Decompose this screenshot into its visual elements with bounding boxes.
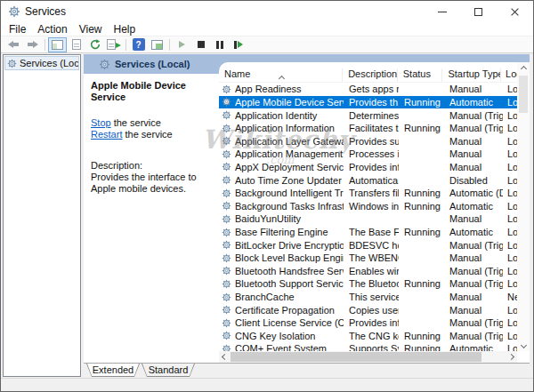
table-row[interactable]: Certificate PropagationCopies user ...Ma… xyxy=(219,303,517,316)
column-header-name[interactable]: Name xyxy=(219,68,343,82)
table-row[interactable]: CNG Key IsolationThe CNG ke...RunningMan… xyxy=(219,330,517,343)
stop-service-button[interactable] xyxy=(191,37,210,52)
table-row[interactable]: Block Level Backup Engine ...The WBENG..… xyxy=(219,252,517,265)
show-console-tree-button[interactable] xyxy=(48,37,67,52)
service-status: Running xyxy=(399,331,444,341)
stop-service-line: Stop the service xyxy=(91,117,212,129)
service-name: COM+ Event System xyxy=(235,343,327,351)
service-name: AppX Deployment Service (... xyxy=(235,162,344,172)
table-row[interactable]: Application InformationFacilitates t...R… xyxy=(219,122,517,135)
properties-button[interactable] xyxy=(67,37,85,52)
service-gear-icon xyxy=(222,318,231,328)
arrow-left-icon xyxy=(8,41,20,49)
table-row[interactable]: Background Tasks Infrastru...Windows in.… xyxy=(219,199,517,212)
column-header-status[interactable]: Status xyxy=(398,68,443,82)
service-gear-icon xyxy=(222,136,231,146)
pause-service-button[interactable] xyxy=(210,37,229,52)
table-row[interactable]: Background Intelligent Tran...Transfers … xyxy=(219,187,517,200)
restart-service-link[interactable]: Restart xyxy=(91,129,122,140)
service-name: Application Information xyxy=(235,123,335,133)
vertical-scrollbar[interactable] xyxy=(517,62,530,351)
service-description: The Base Fil... xyxy=(344,227,399,237)
service-gear-icon xyxy=(222,149,231,159)
table-row[interactable]: Client License Service (ClipS...Provides… xyxy=(219,316,517,330)
scroll-up-button[interactable] xyxy=(517,63,530,75)
table-row[interactable]: BaiduYunUtilityManualLoc xyxy=(219,212,517,226)
table-row[interactable]: BranchCacheThis service ...ManualNet xyxy=(219,291,517,304)
stop-service-link[interactable]: Stop xyxy=(91,117,111,128)
scroll-down-button[interactable] xyxy=(517,340,530,351)
restart-service-line: Restart the service xyxy=(91,129,212,140)
scroll-right-button[interactable] xyxy=(506,351,517,363)
minimize-button[interactable] xyxy=(424,1,460,22)
help-button[interactable]: ? xyxy=(129,37,148,52)
service-startup-type: Manual xyxy=(444,84,503,94)
service-name: Certificate Propagation xyxy=(235,305,335,316)
table-row[interactable]: Apple Mobile Device ServiceProvides th..… xyxy=(219,96,517,109)
service-description: Determines ... xyxy=(344,110,399,121)
restart-service-button[interactable] xyxy=(229,37,247,52)
scroll-left-button[interactable] xyxy=(219,351,231,363)
table-row[interactable]: Bluetooth Support ServiceThe Bluetoo...R… xyxy=(219,277,517,291)
service-description: This service ... xyxy=(344,292,399,302)
table-row[interactable]: COM+ Event SystemSupports Sy...RunningAu… xyxy=(219,342,517,351)
toolbar: ? xyxy=(1,36,533,53)
console-tree-pane: Services (Local) xyxy=(3,54,81,377)
back-button[interactable] xyxy=(4,37,23,52)
tree-item-services-local[interactable]: Services (Local) xyxy=(4,56,79,70)
refresh-button[interactable] xyxy=(85,37,104,52)
service-gear-icon xyxy=(222,240,231,250)
horizontal-scrollbar[interactable] xyxy=(219,351,517,363)
menu-file[interactable]: File xyxy=(4,23,33,36)
vertical-scroll-thumb[interactable] xyxy=(519,76,528,113)
toolbar-separator xyxy=(169,39,170,51)
forward-button[interactable] xyxy=(23,37,42,52)
table-row[interactable]: Application Layer Gateway ...Provides su… xyxy=(219,134,517,148)
show-action-pane-button[interactable] xyxy=(148,37,166,52)
table-row[interactable]: AppX Deployment Service (...Provides inf… xyxy=(219,161,517,174)
service-description-pane: Apple Mobile Device Service Stop the ser… xyxy=(84,74,219,363)
service-name: Background Tasks Infrastru... xyxy=(235,201,344,212)
service-status: Running xyxy=(399,227,444,237)
start-service-button[interactable] xyxy=(173,37,191,52)
tab-extended[interactable]: Extended xyxy=(86,364,140,377)
table-row[interactable]: Application ManagementProcesses in...Man… xyxy=(219,148,517,161)
column-header-log-on-as[interactable]: Log xyxy=(501,68,517,82)
service-startup-type: Manual xyxy=(444,292,503,302)
column-header-startup-type[interactable]: Startup Type xyxy=(442,68,501,82)
tab-standard[interactable]: Standard xyxy=(142,364,195,377)
export-list-button[interactable] xyxy=(104,37,123,52)
service-logon: Loc xyxy=(503,240,517,251)
service-startup-type: Manual (Trig... xyxy=(444,331,503,341)
service-startup-type: Automatic (D... xyxy=(444,188,503,198)
table-row[interactable]: Bluetooth Handsfree ServiceEnables wir..… xyxy=(219,265,517,278)
status-bar xyxy=(1,378,533,391)
table-row[interactable]: Auto Time Zone UpdaterAutomatica...Disab… xyxy=(219,173,517,187)
restart-icon xyxy=(234,41,243,49)
service-logon: Net xyxy=(503,292,517,302)
table-row[interactable]: Application IdentityDetermines ...Manual… xyxy=(219,108,517,122)
service-status: Running xyxy=(399,201,444,212)
close-button[interactable] xyxy=(497,1,533,22)
services-gear-icon xyxy=(7,59,17,68)
service-gear-icon xyxy=(222,253,231,263)
menu-view[interactable]: View xyxy=(75,23,109,36)
service-name: Bluetooth Handsfree Service xyxy=(235,266,344,276)
maximize-button[interactable] xyxy=(460,1,497,22)
table-row[interactable]: BitLocker Drive Encryption ...BDESVC hos… xyxy=(219,238,517,252)
menu-help[interactable]: Help xyxy=(109,23,143,36)
service-logon: Loc xyxy=(503,227,517,237)
service-description: The Bluetoo... xyxy=(344,278,399,289)
column-header-description[interactable]: Description xyxy=(343,68,398,82)
horizontal-scroll-thumb[interactable] xyxy=(231,352,481,362)
table-row[interactable]: App ReadinessGets apps re...ManualLoc xyxy=(219,83,517,96)
service-description: Automatica... xyxy=(344,175,399,186)
service-description: Copies user ... xyxy=(344,305,399,316)
service-gear-icon xyxy=(222,84,231,94)
service-startup-type: Manual (Trig... xyxy=(444,266,503,276)
service-gear-icon xyxy=(222,201,231,211)
table-row[interactable]: Base Filtering EngineThe Base Fil...Runn… xyxy=(219,226,517,239)
service-startup-type: Manual (Trig... xyxy=(444,317,503,328)
menu-action[interactable]: Action xyxy=(33,23,74,36)
stop-service-text: the service xyxy=(111,117,161,128)
